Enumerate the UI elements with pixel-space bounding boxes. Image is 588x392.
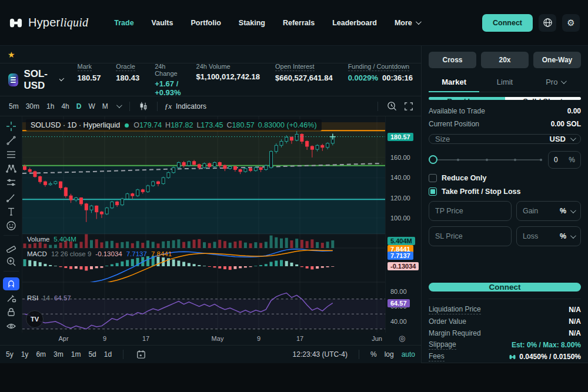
tp-price-input[interactable] (435, 207, 505, 215)
detail-label: Fees (429, 352, 445, 361)
connect-button[interactable]: Connect (482, 14, 533, 32)
detail-row: SlippageEst: 0% / Max: 8.00% (429, 339, 581, 351)
tab-limit[interactable]: Limit (479, 73, 530, 92)
stat-value-2: 00:36:16 (382, 73, 413, 82)
timeframe-1h[interactable]: 1h (44, 100, 57, 112)
sl-price-input[interactable] (435, 232, 505, 240)
nav-item-trade[interactable]: Trade (114, 19, 133, 27)
range-6m[interactable]: 6m (36, 350, 46, 359)
hyperliquid-app: Hyperliquid TradeVaultsPortfolioStakingR… (0, 0, 588, 392)
timeframe-4h[interactable]: 4h (58, 100, 72, 112)
buy-long-button[interactable]: Buy / Long (429, 97, 505, 100)
trend-line-tool[interactable] (3, 134, 19, 147)
timeframe-more-button[interactable] (115, 104, 122, 108)
pencil-lock-tool[interactable] (3, 292, 19, 304)
chart-section: ★ SOL-USD Mark180.57Oracle180.4324h Chan… (0, 46, 421, 363)
sell-short-button[interactable]: Sell / Short (505, 97, 582, 100)
range-1d[interactable]: 1d (104, 350, 112, 359)
emoji-tool[interactable] (3, 219, 19, 232)
xabcd-pattern-tool[interactable] (3, 162, 19, 175)
symbol-selector[interactable]: SOL-USD (8, 68, 62, 92)
zoom-in-tool[interactable] (3, 255, 19, 268)
tpsl-checkbox[interactable]: Take Profit / Stop Loss (429, 187, 581, 196)
nav-item-staking[interactable]: Staking (239, 19, 265, 27)
detail-value: Est: 0% / Max: 8.00% (512, 341, 581, 349)
size-input[interactable] (435, 135, 545, 143)
time-label-9: 9 (257, 335, 260, 342)
time-axis[interactable]: ◎ Apr917May917Jun (0, 333, 421, 346)
brush-tool[interactable] (3, 191, 19, 204)
long-position-tool[interactable] (3, 176, 19, 189)
range-3m[interactable]: 3m (54, 350, 64, 359)
range-1m[interactable]: 1m (71, 350, 81, 359)
settings-button[interactable]: ⚙ (562, 14, 580, 32)
stat-value: +1.67 / +0.93% (155, 79, 181, 97)
order-panel: Cross 20x One-Way MarketLimitPro Buy / L… (421, 46, 588, 363)
log-scale-button[interactable]: log (385, 350, 394, 359)
auto-scale-button[interactable]: auto (402, 350, 415, 359)
lock-tool[interactable] (3, 306, 19, 319)
emoji-icon (6, 220, 16, 231)
language-button[interactable] (539, 14, 556, 32)
timeframe-list: 5m30m1h4hDWM (6, 100, 111, 112)
timeframe-d[interactable]: D (74, 100, 85, 112)
tradingview-logo[interactable]: TV (26, 310, 44, 328)
price-axis[interactable]: 160.00140.00120.00100.0080.0060.0040.001… (385, 116, 421, 333)
loss-field[interactable]: Loss % (516, 226, 581, 246)
indicators-button[interactable]: ƒx Indicators (165, 102, 206, 111)
ruler-tool[interactable] (3, 241, 19, 254)
fib-retracement-tool[interactable] (3, 148, 19, 161)
timeframe-30m[interactable]: 30m (23, 100, 42, 112)
time-label-17: 17 (296, 335, 303, 342)
margin-mode-button[interactable]: Cross (429, 52, 476, 68)
eye-tool[interactable] (3, 320, 19, 333)
magnet-tool[interactable] (3, 277, 19, 290)
crosshair-tool[interactable] (3, 120, 19, 133)
price-chart[interactable] (22, 116, 385, 333)
go-to-date-button[interactable] (135, 350, 148, 359)
slider-percent-box[interactable]: 0 % (548, 151, 581, 169)
reset-zoom-button[interactable] (385, 101, 399, 111)
detail-row: Margin RequiredN/A (429, 327, 581, 339)
hyperliquid-logo[interactable]: Hyperliquid (8, 16, 88, 29)
chart-plot[interactable]: SOLUSD · 1D · Hyperliquid O179.74 H187.8… (22, 116, 385, 333)
size-currency[interactable]: USD (550, 135, 566, 143)
slider-dot (540, 159, 542, 161)
size-slider[interactable] (429, 155, 542, 165)
position-mode-button[interactable]: One-Way (533, 52, 581, 68)
nav-item-more[interactable]: More (395, 19, 420, 27)
axis-label: 120.00 (390, 195, 410, 202)
nav-item-vaults[interactable]: Vaults (152, 19, 173, 27)
leverage-button[interactable]: 20x (481, 52, 529, 68)
detail-row: Liquidation PriceN/A (429, 304, 581, 316)
range-1y[interactable]: 1y (21, 350, 29, 359)
candle-style-button[interactable] (137, 101, 150, 111)
panel-connect-button[interactable]: Connect (429, 283, 581, 292)
fullscreen-button[interactable] (402, 102, 415, 111)
clock-display[interactable]: 12:23:43 (UTC-4) (293, 350, 348, 359)
text-tool[interactable] (3, 205, 19, 218)
tab-market[interactable]: Market (429, 73, 479, 92)
nav-item-referrals[interactable]: Referrals (283, 19, 315, 27)
timeframe-m[interactable]: M (99, 100, 111, 112)
nav-item-leaderboard[interactable]: Leaderboard (332, 19, 377, 27)
favorite-star-icon[interactable]: ★ (8, 51, 15, 59)
timeframe-w[interactable]: W (85, 100, 98, 112)
nav-item-portfolio[interactable]: Portfolio (191, 19, 220, 27)
go-to-realtime-icon[interactable]: ◎ (399, 334, 405, 343)
range-5y[interactable]: 5y (6, 350, 14, 359)
ticker-stat: 24h Change+1.67 / +0.93% (155, 63, 181, 97)
percent-scale-button[interactable]: % (370, 350, 377, 359)
timeframe-5m[interactable]: 5m (6, 100, 22, 112)
divider (377, 102, 378, 111)
reduce-only-checkbox[interactable]: Reduce Only (429, 174, 581, 182)
gain-field[interactable]: Gain % (516, 201, 581, 221)
slider-thumb[interactable] (429, 155, 437, 164)
chart-bottom-toolbar: 5y1y6m3m1m5d1d 12:23:43 (UTC-4) % log au… (0, 346, 421, 363)
axis-badge: 180.57 (387, 133, 413, 141)
stat-label: Funding / Countdown (348, 63, 410, 71)
range-5d[interactable]: 5d (88, 350, 96, 359)
stat-label: 24h Volume (196, 63, 230, 70)
axis-label: 80.00 (390, 288, 407, 295)
tab-pro[interactable]: Pro (530, 73, 581, 92)
